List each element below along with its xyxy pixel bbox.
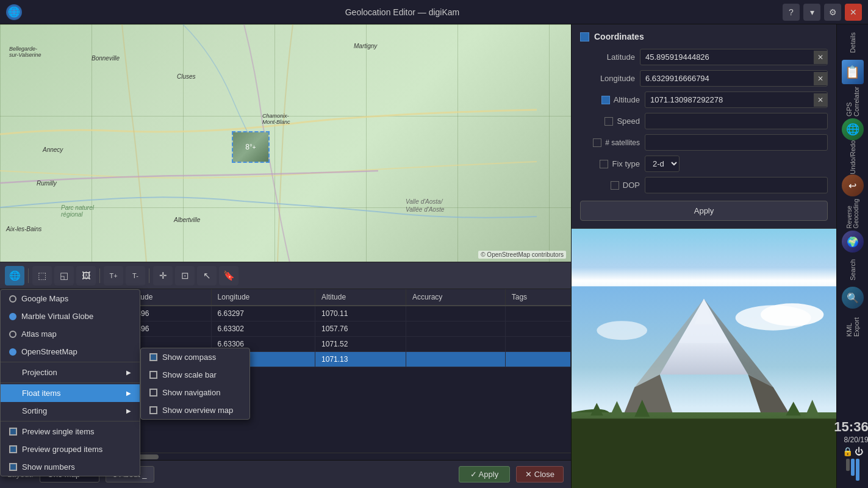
submenu-show-overview[interactable]: Show overview map: [141, 401, 249, 419]
ctx-item-marble[interactable]: Marble Virtual Globe: [1, 307, 140, 325]
ctx-label-preview-grouped: Preview grouped items: [22, 445, 102, 454]
close-button[interactable]: ✕: [845, 4, 862, 21]
ctx-item-float-items[interactable]: Float items ▶: [1, 384, 140, 402]
speed-input[interactable]: [645, 113, 828, 129]
tool-select-rect-button[interactable]: ⬚: [32, 266, 52, 285]
dop-row: DOP: [580, 177, 828, 193]
altitude-checkbox[interactable]: [601, 96, 610, 104]
col-header-accuracy[interactable]: Accuracy: [406, 289, 506, 306]
volume-area: [846, 459, 859, 481]
right-sidebar: Details 📋 GPS Correlator 🌐 Undo/Redo ↩ R…: [836, 24, 868, 488]
sidebar-tab-reverse-geocoding[interactable]: Reverse Geocoding: [838, 199, 867, 228]
tool-select-filter-button[interactable]: ◱: [54, 266, 74, 285]
tool-arrow-button[interactable]: ↖: [197, 266, 217, 285]
tool-text-plus-button[interactable]: T+: [104, 266, 123, 285]
app-window: 🌐 Geolocation Editor — digiKam ? ▾ ⚙ ✕: [0, 0, 868, 488]
submenu-show-scale-bar[interactable]: Show scale bar: [141, 366, 249, 384]
submenu-label-scale-bar: Show scale bar: [162, 370, 217, 379]
settings-button[interactable]: ⚙: [824, 4, 841, 21]
cell-acc-4: [406, 352, 506, 367]
ctx-chk-show-numbers: [9, 463, 17, 471]
ctx-separator-3: [1, 421, 140, 422]
bottom-close-button[interactable]: ✕ Close: [516, 466, 564, 483]
ctx-separator-2: [1, 382, 140, 383]
ctx-item-projection[interactable]: Projection ▶: [1, 364, 140, 381]
ctx-separator-1: [1, 362, 140, 362]
sys-tray-row-1: 🔒 ⏻: [842, 447, 863, 456]
altitude-clear-button[interactable]: ✕: [814, 93, 827, 107]
sidebar-tab-gps[interactable]: GPS Correlator: [838, 87, 867, 116]
bottom-apply-button[interactable]: ✓ Apply: [459, 466, 510, 483]
ctx-label-atlas: Atlas map: [21, 329, 57, 339]
ctx-label-preview-single: Preview single items: [22, 427, 95, 436]
coord-header: Coordinates: [580, 32, 828, 41]
map-photo-marker[interactable]: 8° +: [232, 131, 270, 163]
col-header-tags[interactable]: Tags: [505, 289, 570, 306]
sidebar-tab-details[interactable]: Details: [838, 28, 867, 57]
col-header-altitude[interactable]: Altitude: [315, 289, 406, 306]
context-menu: Google Maps Marble Virtual Globe Atlas m…: [0, 289, 140, 476]
cell-acc-1: [406, 306, 506, 321]
altitude-label: Altitude: [614, 95, 640, 104]
ctx-label-google-maps: Google Maps: [21, 294, 68, 303]
ctx-chk-preview-single: [9, 428, 17, 436]
ctx-radio-marble: [9, 313, 16, 320]
speed-checkbox[interactable]: [604, 117, 613, 126]
latitude-clear-button[interactable]: ✕: [814, 51, 827, 64]
right-panel: Coordinates Latitude ✕ Longitude ✕: [571, 24, 836, 488]
minimize-button[interactable]: ▾: [803, 4, 820, 21]
tool-bookmark-button[interactable]: 🔖: [219, 266, 239, 285]
dop-checkbox[interactable]: [611, 181, 619, 190]
photo-panel: [572, 229, 836, 488]
submenu-show-compass[interactable]: Show compass: [141, 348, 249, 366]
cell-lon-2: 6.63302: [211, 321, 315, 337]
tool-move-button[interactable]: ✛: [153, 266, 173, 285]
ctx-item-openstreetmap[interactable]: OpenStreetMap: [1, 343, 140, 361]
fix-type-label: Fix type: [612, 159, 640, 168]
tool-text-minus-button[interactable]: T-: [126, 266, 145, 285]
ctx-item-preview-grouped[interactable]: Preview grouped items: [1, 440, 140, 458]
ctx-arrow-projection: ▶: [126, 369, 131, 376]
altitude-input[interactable]: [645, 92, 814, 107]
ctx-item-show-numbers[interactable]: Show numbers: [1, 458, 140, 476]
power-icon[interactable]: ⏻: [855, 447, 863, 456]
coord-title: Coordinates: [594, 32, 644, 41]
sidebar-tab-search[interactable]: Search: [838, 255, 867, 284]
ctx-item-preview-single[interactable]: Preview single items: [1, 423, 140, 440]
map-background: Bellegarde-sur-Valserine Bonneville Anne…: [0, 24, 571, 262]
cell-tags-1: [505, 306, 570, 321]
tool-globe-button[interactable]: 🌐: [5, 266, 24, 285]
ctx-item-google-maps[interactable]: Google Maps: [1, 290, 140, 307]
sidebar-tab-kml[interactable]: KML Export: [838, 311, 867, 340]
longitude-input[interactable]: [640, 71, 814, 86]
coordinates-apply-button[interactable]: Apply: [580, 201, 828, 221]
satellites-row: # satellites: [580, 134, 828, 151]
tool-select-image-button[interactable]: 🖼: [76, 266, 96, 285]
map-credit: © OpenStreetMap contributors: [478, 251, 566, 259]
titlebar-left: 🌐: [6, 4, 22, 20]
fix-type-row: Fix type 2-d 3-d: [580, 156, 828, 172]
dop-input[interactable]: [645, 177, 828, 193]
submenu-show-navigation[interactable]: Show navigation: [141, 384, 249, 401]
coord-checkbox[interactable]: [580, 32, 589, 41]
satellites-checkbox[interactable]: [593, 138, 601, 147]
ctx-item-sorting[interactable]: Sorting ▶: [1, 402, 140, 420]
toolbar: 🌐 ⬚ ◱ 🖼 T+ T- ✛ ⊡ ↖ 🔖 Google Maps: [0, 262, 571, 289]
map-area[interactable]: Bellegarde-sur-Valserine Bonneville Anne…: [0, 24, 571, 262]
sidebar-tab-undo[interactable]: Undo/Redo: [838, 143, 867, 172]
col-header-longitude[interactable]: Longitude: [211, 289, 315, 306]
fix-type-checkbox[interactable]: [600, 160, 608, 168]
help-button[interactable]: ?: [783, 4, 800, 21]
satellites-input[interactable]: [645, 134, 828, 151]
longitude-clear-button[interactable]: ✕: [814, 72, 827, 85]
fix-type-select[interactable]: 2-d 3-d: [645, 156, 680, 172]
tool-transform-button[interactable]: ⊡: [175, 266, 195, 285]
latitude-input[interactable]: [640, 49, 814, 65]
ctx-item-atlas[interactable]: Atlas map: [1, 325, 140, 343]
clock-display: 15:36 8/20/19: [834, 419, 868, 444]
geocoding-icon: 🌍: [842, 231, 864, 253]
lock-icon[interactable]: 🔒: [842, 447, 853, 456]
ctx-arrow-float-items: ▶: [126, 390, 131, 396]
satellites-label: # satellites: [605, 138, 640, 147]
geocoding-icon-symbol: 🌍: [847, 236, 859, 248]
